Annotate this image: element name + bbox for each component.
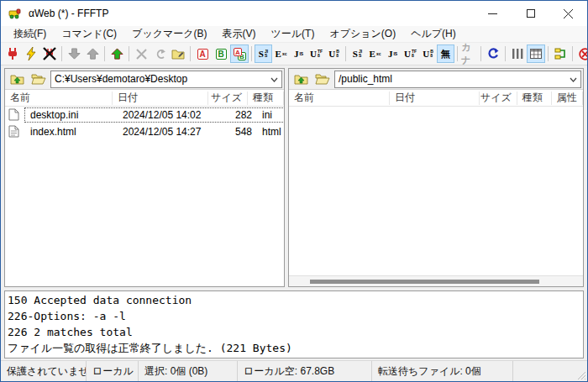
binary-mode-icon[interactable]: B bbox=[212, 44, 230, 63]
log-panel: 150 Accepted data connection 226-Options… bbox=[4, 290, 584, 358]
minimize-button[interactable] bbox=[474, 1, 512, 26]
local-up-directory-icon[interactable] bbox=[7, 71, 27, 88]
status-local-free: ローカル空: 67.8GB bbox=[238, 361, 372, 381]
remote-up-directory-icon[interactable] bbox=[291, 71, 311, 88]
menu-bar: 接続(F) コマンド(C) ブックマーク(B) 表示(V) ツール(T) オプシ… bbox=[1, 26, 587, 43]
transfer-kanji-utf8bom-icon[interactable]: U B8 bbox=[419, 44, 437, 63]
status-side: ローカル bbox=[87, 361, 139, 381]
file-size: 282 bbox=[217, 109, 257, 121]
log-line: 226-Options: -a -l bbox=[8, 308, 580, 324]
refresh-icon[interactable] bbox=[484, 44, 502, 63]
local-pane: C:¥Users¥demotaro¥Desktop 名前 日付 サイズ 種類 bbox=[4, 68, 285, 287]
remote-col-attr[interactable]: 属性 bbox=[552, 92, 583, 105]
hankaku-kana-icon: カナ bbox=[460, 44, 478, 63]
menu-options[interactable]: オプション(O) bbox=[322, 25, 403, 43]
local-path-combobox[interactable]: C:¥Users¥demotaro¥Desktop bbox=[50, 71, 282, 88]
file-type: html bbox=[257, 126, 284, 138]
menu-bookmark[interactable]: ブックマーク(B) bbox=[124, 25, 214, 43]
local-col-type[interactable]: 種類 bbox=[248, 92, 284, 105]
filename-kanji-sjis-icon[interactable]: S JIS bbox=[255, 44, 272, 63]
close-button[interactable] bbox=[549, 1, 587, 26]
upload-icon bbox=[83, 44, 102, 63]
remote-list-header: 名前 日付 サイズ 種類 属性 bbox=[289, 90, 583, 107]
remote-col-date[interactable]: 日付 bbox=[390, 92, 480, 105]
transfer-kanji-none-icon[interactable]: 無 bbox=[437, 44, 454, 63]
remote-col-size[interactable]: サイズ bbox=[480, 92, 517, 105]
status-bar: 保護されていません ローカル 選択: 0個 (0B) ローカル空: 67.8GB… bbox=[1, 360, 587, 381]
log-line: ファイル一覧の取得は正常終了しました. (221 Bytes) bbox=[8, 340, 580, 356]
file-text-icon bbox=[8, 125, 22, 139]
local-col-name[interactable]: 名前 bbox=[5, 92, 113, 105]
connect-icon[interactable] bbox=[3, 44, 22, 63]
chevron-down-icon[interactable] bbox=[570, 73, 577, 85]
remote-horizontal-scrollbar[interactable] bbox=[289, 275, 583, 286]
local-col-size[interactable]: サイズ bbox=[208, 92, 248, 105]
transfer-kanji-euc-icon[interactable]: E xc bbox=[366, 44, 384, 63]
ffftp-window: αWeb (*) - FFFTP 接続(F) コマンド(C) ブックマーク(B)… bbox=[0, 0, 588, 382]
local-path-row: C:¥Users¥demotaro¥Desktop bbox=[5, 69, 284, 90]
file-name: index.html bbox=[25, 126, 118, 138]
toolbar: A B A B S JIS E xc J IS U TF8 U B8 bbox=[1, 43, 587, 65]
chevron-down-icon[interactable] bbox=[270, 73, 278, 85]
remote-col-name[interactable]: 名前 bbox=[289, 92, 390, 105]
remote-path-row: /public_html bbox=[289, 69, 583, 90]
remote-pane: /public_html 名前 日付 サイズ 種類 属性 bbox=[288, 68, 584, 287]
window-title: αWeb (*) - FFFTP bbox=[29, 8, 474, 19]
local-col-date[interactable]: 日付 bbox=[113, 92, 208, 105]
remote-change-directory-icon[interactable] bbox=[312, 71, 333, 88]
log-line: 150 Accepted data connection bbox=[8, 292, 580, 308]
auto-mode-icon[interactable]: A B bbox=[230, 44, 249, 63]
file-panes: C:¥Users¥demotaro¥Desktop 名前 日付 サイズ 種類 bbox=[1, 65, 587, 289]
cancel-icon[interactable] bbox=[575, 44, 588, 63]
file-name: desktop.ini bbox=[25, 109, 118, 121]
status-transfer-queue: 転送待ちファイル: 0個 bbox=[372, 361, 513, 381]
list-view-icon[interactable] bbox=[508, 44, 527, 63]
menu-help[interactable]: ヘルプ(H) bbox=[403, 25, 464, 43]
status-empty bbox=[513, 361, 587, 381]
filename-kanji-euc-icon[interactable]: E xc bbox=[272, 44, 290, 63]
scrollbar-thumb[interactable] bbox=[310, 280, 539, 284]
file-size: 548 bbox=[217, 126, 257, 138]
delete-icon bbox=[132, 44, 150, 63]
remote-path-text: /public_html bbox=[339, 73, 392, 85]
file-date: 2024/12/05 14:02 bbox=[118, 109, 217, 121]
app-logo-icon bbox=[8, 7, 22, 20]
menu-tools[interactable]: ツール(T) bbox=[264, 25, 323, 43]
ascii-mode-icon[interactable]: A bbox=[193, 44, 212, 63]
mirror-upload-icon[interactable] bbox=[108, 44, 126, 63]
make-directory-icon[interactable] bbox=[169, 44, 187, 63]
status-protection: 保護されていません bbox=[1, 361, 87, 381]
disconnect-icon[interactable] bbox=[40, 44, 59, 63]
transfer-kanji-sjis-icon[interactable]: S JIS bbox=[349, 44, 366, 63]
resize-grip[interactable] bbox=[577, 371, 585, 379]
filename-kanji-jis-icon[interactable]: J IS bbox=[290, 44, 307, 63]
table-row[interactable]: desktop.ini 2024/12/05 14:02 282 ini bbox=[5, 107, 284, 123]
maximize-button[interactable] bbox=[512, 1, 549, 26]
status-selection: 選択: 0個 (0B) bbox=[139, 361, 238, 381]
table-row[interactable]: index.html 2024/12/05 14:27 548 html bbox=[5, 123, 284, 140]
remote-path-combobox[interactable]: /public_html bbox=[334, 71, 581, 88]
title-bar: αWeb (*) - FFFTP bbox=[1, 1, 587, 26]
remote-file-list bbox=[289, 107, 583, 275]
download-icon bbox=[65, 44, 83, 63]
filename-kanji-utf8-icon[interactable]: U TF8 bbox=[307, 44, 325, 63]
local-path-text: C:¥Users¥demotaro¥Desktop bbox=[55, 73, 187, 85]
file-type: ini bbox=[257, 109, 284, 121]
menu-connect[interactable]: 接続(F) bbox=[6, 25, 54, 43]
transfer-queue-icon[interactable] bbox=[551, 44, 570, 63]
transfer-kanji-jis-icon[interactable]: J IS bbox=[384, 44, 402, 63]
local-change-directory-icon[interactable] bbox=[29, 71, 49, 88]
file-icon bbox=[8, 108, 22, 122]
local-file-list: desktop.ini 2024/12/05 14:02 282 ini ind… bbox=[5, 107, 284, 286]
quick-connect-icon[interactable] bbox=[22, 44, 40, 63]
menu-command[interactable]: コマンド(C) bbox=[54, 25, 124, 43]
transfer-kanji-utf8-icon[interactable]: U TF8 bbox=[402, 44, 419, 63]
rename-icon bbox=[150, 44, 169, 63]
menu-view[interactable]: 表示(V) bbox=[215, 25, 264, 43]
detail-view-icon[interactable] bbox=[527, 44, 545, 63]
local-list-header: 名前 日付 サイズ 種類 bbox=[5, 90, 284, 107]
remote-col-type[interactable]: 種類 bbox=[517, 92, 552, 105]
file-date: 2024/12/05 14:27 bbox=[118, 126, 217, 138]
log-line: 226 2 matches total bbox=[8, 324, 580, 340]
filename-kanji-utf8bom-icon[interactable]: U B8 bbox=[325, 44, 343, 63]
